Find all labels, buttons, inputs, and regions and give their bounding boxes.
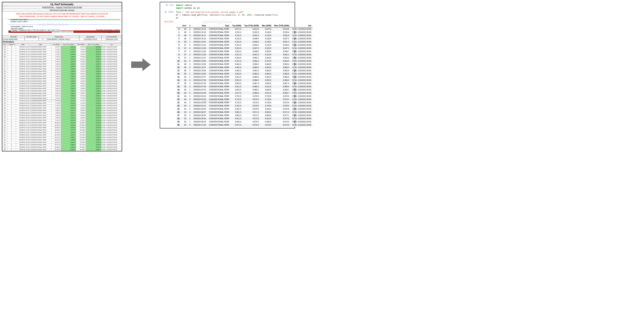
cell: 8,973.5 bbox=[61, 117, 76, 119]
df-cell: 9,823.0 bbox=[260, 107, 273, 111]
cell: OCM, 1/16/2015 00:00 bbox=[101, 141, 122, 144]
df-cell: OCM, 1/16/2015 00:00 bbox=[291, 31, 313, 34]
cell: CONVENTIONAL PERF bbox=[30, 107, 51, 109]
df-cell: 8,952.0 bbox=[243, 53, 260, 56]
cell: 8,980.8 bbox=[61, 139, 76, 141]
cell: 8,963.6 bbox=[86, 80, 101, 82]
cell: 8,970.8 bbox=[86, 107, 101, 109]
cell: 2/8/2016 15:47 bbox=[16, 144, 30, 146]
df-row: 276332/9/2016 00:36CONVENTIONAL PERF9,88… bbox=[176, 114, 313, 117]
cell: 2/9/2016 10:56 bbox=[16, 78, 30, 80]
cell: 2/9/2016 10:59 bbox=[16, 70, 30, 73]
df-cell: 4 bbox=[188, 79, 192, 82]
cell: 10,301.0 bbox=[51, 146, 61, 148]
df-col: Top (TVD) (ftKB) bbox=[243, 24, 260, 28]
cell: 1 bbox=[7, 56, 16, 58]
df-row: 166542/9/2016 07:56CONVENTIONAL PERF9,55… bbox=[176, 79, 313, 82]
df-cell: 3 bbox=[188, 50, 192, 53]
cell: 2/8/2016 18:51 bbox=[16, 134, 30, 136]
df-cell: CONVENTIONAL PERF bbox=[208, 37, 231, 40]
df-cell: 9,583.0 bbox=[260, 82, 273, 85]
df-cell: 2 bbox=[176, 34, 181, 37]
cell: 9,821.0 bbox=[51, 107, 61, 109]
df-row: 06852/9/2016 16:19CONVENTIONAL PERF9,071… bbox=[176, 27, 313, 31]
df-cell: 8,944.2 bbox=[243, 44, 260, 47]
df-cell: OCM, 1/16/2015 00:00 bbox=[291, 75, 313, 79]
df-cell: CONVENTIONAL PERF bbox=[208, 66, 231, 69]
dataframe-output: Int ##DateTypeTop (ftKB)Top (TVD) (ftKB)… bbox=[176, 24, 313, 127]
df-cell: 9,701.0 bbox=[231, 95, 243, 98]
df-cell: 8,954.2 bbox=[243, 56, 260, 60]
cell: 9,071.0 bbox=[51, 46, 61, 48]
cell: 68 bbox=[2, 56, 7, 58]
cell: 4 bbox=[7, 73, 16, 75]
df-cell: 2/9/2016 13:28 bbox=[192, 53, 208, 56]
table-row: 6712/9/2016 13:27CONVENTIONAL PERF9,341.… bbox=[2, 68, 122, 70]
df-row: 186522/9/2016 07:54CONVENTIONAL PERF9,61… bbox=[176, 85, 313, 88]
df-cell: 9,253.0 bbox=[260, 47, 273, 50]
df-cell: 9,941.0 bbox=[231, 120, 243, 123]
df-cell: OCM, 1/16/2015 00:00 bbox=[291, 69, 313, 72]
df-cell: 8,970.2 bbox=[243, 98, 260, 101]
df-cell: 67 bbox=[181, 44, 188, 47]
cell: CONVENTIONAL PERF bbox=[30, 63, 51, 65]
cell: 9,103.0 bbox=[76, 48, 86, 51]
df-col: Int # bbox=[181, 24, 188, 28]
cell: 9,643.0 bbox=[76, 92, 86, 95]
cell: 9,311.0 bbox=[51, 65, 61, 68]
df-row: 46812/9/2016 16:15CONVENTIONAL PERF9,191… bbox=[176, 40, 313, 44]
df-cell: 9,703.0 bbox=[260, 95, 273, 98]
df-cell: 2/9/2016 00:35 bbox=[192, 117, 208, 120]
cell: 9,823.0 bbox=[76, 107, 86, 109]
cell: 3 bbox=[7, 100, 16, 102]
df-cell: 9,401.0 bbox=[231, 63, 243, 66]
table-row: 6422/9/2016 03:32CONVENTIONAL PERF9,761.… bbox=[2, 102, 122, 104]
cell: 4 bbox=[7, 48, 16, 51]
cell: 2/9/2016 00:38 bbox=[16, 107, 30, 109]
df-cell: 7 bbox=[176, 50, 181, 53]
df-cell: 2/9/2016 07:55 bbox=[192, 82, 208, 85]
df-cell: 1 bbox=[188, 104, 192, 107]
df-cell: 2/9/2016 00:37 bbox=[192, 111, 208, 114]
cell: 2/9/2016 13:28 bbox=[16, 65, 30, 68]
cell: OCM, 1/16/2015 00:00 bbox=[101, 92, 122, 95]
df-cell: 8,954.3 bbox=[273, 56, 291, 60]
cell: 8,978.3 bbox=[61, 131, 76, 134]
df-col: # bbox=[188, 24, 192, 28]
df-cell: 8,970.4 bbox=[243, 101, 260, 104]
cell: 64 bbox=[2, 102, 7, 104]
df-cell: 8,931.8 bbox=[273, 34, 291, 37]
cell: 1 bbox=[7, 92, 16, 95]
cell: 8,947.0 bbox=[61, 60, 76, 63]
cell: 61 bbox=[2, 131, 7, 134]
cell: 2/9/2016 03:31 bbox=[16, 104, 30, 107]
df-cell: 65 bbox=[181, 88, 188, 91]
cell: 8,981.5 bbox=[86, 141, 101, 144]
df-cell: 9,973.0 bbox=[260, 123, 273, 127]
cell: OCM, 1/16/2015 00:00 bbox=[101, 56, 122, 58]
cell: OCM, 1/16/2015 00:00 bbox=[101, 90, 122, 92]
cell: 9,641.0 bbox=[51, 92, 61, 95]
df-cell: 63 bbox=[181, 117, 188, 120]
cell: 8,947.2 bbox=[86, 60, 101, 63]
cell: 8,976.9 bbox=[86, 126, 101, 129]
cell: 10,033.0 bbox=[76, 124, 86, 126]
cell: 8,971.3 bbox=[61, 109, 76, 112]
df-cell: 30 bbox=[176, 123, 181, 127]
cell: 9,221.0 bbox=[51, 58, 61, 60]
cell: 67 bbox=[2, 63, 7, 65]
cell: 8,944.4 bbox=[86, 58, 101, 60]
table-row: 6412/9/2016 03:31CONVENTIONAL PERF9,791.… bbox=[2, 104, 122, 107]
cell: 8,970.4 bbox=[61, 102, 76, 104]
table-row: 6032/8/2016 15:45CONVENTIONAL PERF10,331… bbox=[2, 148, 122, 151]
df-cell: 1 bbox=[188, 72, 192, 75]
cell: 3 bbox=[7, 124, 16, 126]
cell: CONVENTIONAL PERF bbox=[30, 53, 51, 56]
df-cell: 4 bbox=[188, 31, 192, 34]
cell: 8,931.8 bbox=[86, 51, 101, 53]
df-cell: 9,851.0 bbox=[231, 111, 243, 114]
cell: CONVENTIONAL PERF bbox=[30, 60, 51, 63]
cell: 67 bbox=[2, 68, 7, 70]
cell: 9,761.0 bbox=[51, 102, 61, 104]
cell: 65 bbox=[2, 85, 7, 87]
